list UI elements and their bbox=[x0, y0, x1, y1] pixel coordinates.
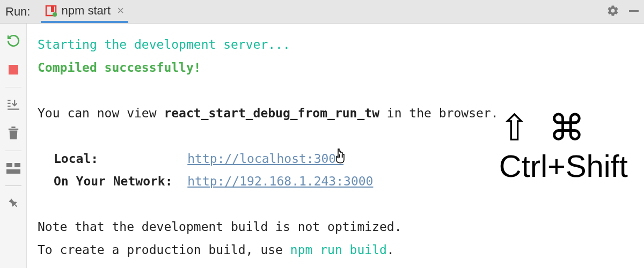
shortcut-text: Ctrl+Shift bbox=[499, 149, 628, 183]
content-area: Starting the development server... Compi… bbox=[0, 24, 644, 268]
project-name: react_start_debug_from_run_tw bbox=[164, 106, 379, 120]
local-url-link[interactable]: http://localhost:3000 bbox=[187, 152, 343, 166]
delete-button[interactable] bbox=[6, 126, 21, 141]
rerun-button[interactable] bbox=[6, 33, 21, 48]
svg-rect-9 bbox=[8, 129, 18, 130]
scroll-to-end-button[interactable] bbox=[6, 97, 21, 112]
run-panel-header: Run: npm start × bbox=[0, 0, 644, 24]
run-label: Run: bbox=[5, 5, 30, 19]
run-sidebar bbox=[0, 24, 27, 268]
minimize-icon[interactable] bbox=[629, 6, 639, 18]
keyboard-shortcut-overlay: ⇧ ⌘ Ctrl+Shift bbox=[499, 109, 628, 183]
npm-command: npm run build bbox=[290, 243, 387, 257]
svg-rect-6 bbox=[8, 103, 10, 104]
svg-rect-3 bbox=[629, 10, 639, 12]
svg-rect-4 bbox=[9, 65, 18, 75]
sidebar-divider bbox=[5, 87, 21, 87]
tab-label: npm start bbox=[61, 4, 111, 18]
network-label: On Your Network: bbox=[54, 174, 173, 188]
tab-close-icon[interactable]: × bbox=[117, 4, 124, 18]
shortcut-symbols: ⇧ ⌘ bbox=[499, 109, 628, 146]
run-tab[interactable]: npm start × bbox=[41, 0, 128, 23]
console-line: Starting the development server... bbox=[38, 33, 633, 56]
svg-rect-10 bbox=[11, 126, 15, 128]
svg-rect-8 bbox=[8, 109, 19, 110]
console-output[interactable]: Starting the development server... Compi… bbox=[27, 24, 644, 268]
svg-rect-11 bbox=[6, 163, 12, 167]
svg-rect-12 bbox=[14, 163, 20, 167]
svg-rect-1 bbox=[51, 6, 54, 12]
svg-rect-5 bbox=[8, 100, 10, 101]
gear-icon[interactable] bbox=[606, 4, 619, 19]
console-line: Note that the development build is not o… bbox=[38, 215, 633, 239]
console-line: Compiled successfully! bbox=[38, 56, 633, 79]
local-label: Local: bbox=[54, 152, 98, 166]
stop-button[interactable] bbox=[6, 62, 21, 77]
npm-icon bbox=[45, 5, 57, 17]
sidebar-divider-2 bbox=[5, 151, 21, 151]
console-line: To create a production build, use npm ru… bbox=[38, 239, 633, 262]
svg-point-2 bbox=[53, 12, 57, 17]
layout-button[interactable] bbox=[6, 161, 21, 176]
svg-rect-7 bbox=[8, 106, 10, 107]
network-url-link[interactable]: http://192.168.1.243:3000 bbox=[187, 174, 373, 188]
svg-rect-13 bbox=[6, 169, 20, 174]
pin-button[interactable] bbox=[6, 196, 21, 211]
sidebar-divider-3 bbox=[5, 185, 21, 186]
